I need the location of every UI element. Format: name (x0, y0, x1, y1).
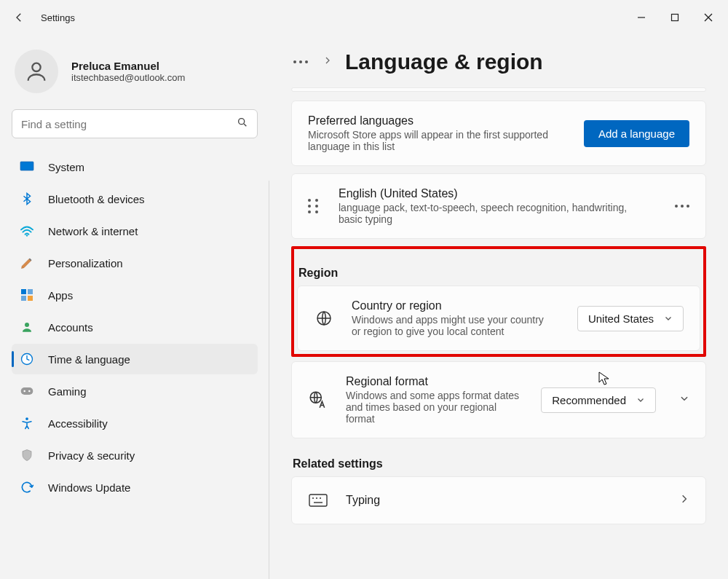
sidebar-item-label: Windows Update (48, 481, 130, 494)
nav-list: System Bluetooth & devices Network & int… (12, 151, 258, 503)
person-icon (19, 319, 35, 335)
accessibility-icon (19, 415, 35, 431)
dropdown-value: United States (588, 312, 654, 325)
profile-block[interactable]: Preluca Emanuel itstechbased@outlook.com (12, 47, 258, 102)
profile-name: Preluca Emanuel (71, 60, 185, 72)
sidebar-item-label: Accounts (48, 321, 93, 334)
sidebar-item-label: Privacy & security (48, 449, 135, 462)
sidebar-item-time-language[interactable]: Time & language (12, 344, 258, 374)
sidebar-item-accessibility[interactable]: Accessibility (12, 408, 258, 438)
clock-globe-icon (19, 351, 35, 367)
breadcrumb: Language & region (291, 50, 706, 74)
setting-subtitle: Windows and apps might use your country … (352, 314, 555, 337)
country-region-row[interactable]: Country or region Windows and apps might… (297, 285, 700, 351)
svg-rect-9 (28, 289, 33, 294)
apps-icon (19, 287, 35, 303)
bluetooth-icon (19, 191, 35, 207)
language-more-button[interactable] (675, 205, 689, 208)
preferred-languages-card: Preferred languages Microsoft Store apps… (291, 101, 706, 166)
sidebar-item-label: Time & language (48, 353, 130, 366)
svg-rect-1 (672, 15, 678, 21)
svg-point-2 (32, 63, 40, 71)
sidebar-item-label: Personalization (48, 257, 123, 269)
svg-point-3 (239, 119, 245, 125)
back-button[interactable] (12, 10, 26, 25)
search-input[interactable] (21, 118, 237, 130)
paintbrush-icon (19, 255, 35, 271)
close-button[interactable] (692, 6, 725, 29)
svg-point-7 (26, 235, 28, 236)
app-title: Settings (41, 12, 75, 23)
drag-handle-icon[interactable] (308, 199, 324, 213)
dropdown-value: Recommended (552, 394, 626, 406)
sidebar-item-privacy[interactable]: Privacy & security (12, 440, 258, 470)
minimize-button[interactable] (625, 6, 658, 29)
svg-rect-20 (309, 495, 327, 506)
sidebar-item-personalization[interactable]: Personalization (12, 248, 258, 278)
country-dropdown[interactable]: United States (577, 306, 684, 331)
sidebar-item-label: Network & internet (48, 225, 138, 237)
language-item[interactable]: English (United States) language pack, t… (291, 173, 706, 239)
chevron-right-icon (679, 494, 689, 507)
card-stub (291, 87, 706, 92)
avatar (15, 50, 58, 93)
maximize-button[interactable] (658, 6, 692, 29)
wifi-icon (19, 223, 35, 239)
language-name: English (United States) (339, 187, 660, 200)
sidebar-item-apps[interactable]: Apps (12, 280, 258, 310)
svg-point-17 (25, 417, 28, 420)
globe-translate-icon (308, 390, 328, 410)
sidebar-item-update[interactable]: Windows Update (12, 472, 258, 503)
svg-line-4 (244, 124, 246, 126)
display-icon (19, 159, 35, 175)
chevron-down-icon (664, 312, 673, 325)
profile-email: itstechbased@outlook.com (71, 72, 185, 83)
sidebar-item-label: Apps (48, 289, 73, 302)
sidebar: Preluca Emanuel itstechbased@outlook.com… (0, 35, 269, 579)
globe-icon (314, 308, 334, 328)
sidebar-item-accounts[interactable]: Accounts (12, 312, 258, 342)
expand-chevron-icon[interactable] (679, 393, 689, 406)
card-title: Preferred languages (308, 114, 555, 127)
svg-rect-10 (21, 296, 26, 301)
setting-subtitle: Windows and some apps format dates and t… (346, 390, 523, 425)
sidebar-item-bluetooth[interactable]: Bluetooth & devices (12, 184, 258, 214)
sidebar-item-label: System (48, 161, 84, 173)
sidebar-item-gaming[interactable]: Gaming (12, 376, 258, 406)
card-subtitle: Microsoft Store apps will appear in the … (308, 129, 555, 152)
setting-title: Regional format (346, 375, 523, 388)
svg-rect-8 (21, 289, 26, 294)
related-typing-row[interactable]: Typing (291, 476, 706, 524)
svg-rect-11 (28, 296, 33, 301)
breadcrumb-more-button[interactable] (291, 60, 310, 63)
sidebar-item-network[interactable]: Network & internet (12, 216, 258, 246)
svg-rect-5 (20, 162, 33, 170)
page-title: Language & region (345, 50, 543, 74)
keyboard-icon (308, 490, 328, 511)
add-language-button[interactable]: Add a language (584, 120, 689, 147)
search-icon (237, 117, 248, 131)
language-features: language pack, text-to-speech, speech re… (339, 202, 644, 225)
chevron-down-icon (636, 394, 645, 406)
main-content: Language & region Preferred languages Mi… (269, 35, 728, 579)
svg-point-12 (25, 323, 29, 327)
regional-format-row[interactable]: Regional format Windows and some apps fo… (291, 361, 706, 438)
search-box[interactable] (12, 109, 258, 138)
update-icon (19, 479, 35, 495)
sidebar-item-label: Gaming (48, 385, 87, 398)
gamepad-icon (19, 383, 35, 399)
more-icon (293, 60, 308, 63)
sidebar-item-label: Bluetooth & devices (48, 193, 145, 205)
sidebar-item-label: Accessibility (48, 417, 108, 430)
sidebar-divider (269, 181, 269, 579)
shield-icon (19, 447, 35, 463)
setting-title: Typing (346, 494, 656, 507)
svg-rect-14 (21, 387, 33, 395)
chevron-right-icon (323, 55, 332, 68)
titlebar (0, 0, 728, 35)
regional-format-dropdown[interactable]: Recommended (541, 387, 656, 413)
svg-point-16 (28, 390, 31, 393)
svg-point-15 (23, 390, 25, 393)
sidebar-item-system[interactable]: System (12, 151, 258, 182)
setting-title: Country or region (352, 299, 560, 312)
